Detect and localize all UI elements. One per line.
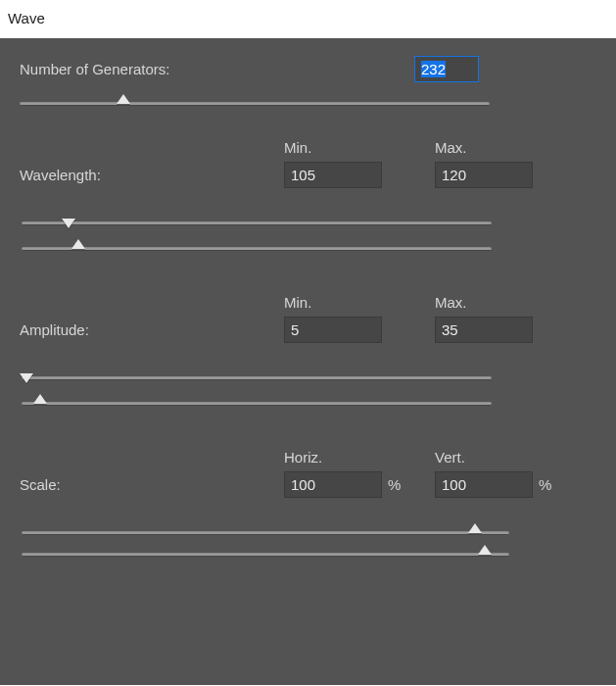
wavelength-max-label: Max. (435, 139, 586, 156)
window-title: Wave (8, 10, 45, 26)
amplitude-min-slider-thumb[interactable] (20, 373, 33, 383)
scale-vert-label: Vert. (435, 449, 586, 466)
scale-vert-input[interactable] (435, 471, 533, 498)
amplitude-max-slider[interactable] (22, 398, 492, 410)
scale-horiz-input[interactable] (284, 471, 382, 498)
generators-label: Number of Generators: (20, 61, 169, 77)
scale-horiz-unit: % (388, 476, 401, 493)
amplitude-min-label: Min. (284, 294, 435, 311)
wavelength-label: Wavelength: (20, 167, 284, 183)
scale-horiz-label: Horiz. (284, 449, 435, 466)
wave-panel: Number of Generators: Min. Max. Waveleng… (0, 38, 616, 685)
amplitude-min-slider[interactable] (22, 372, 492, 384)
scale-horiz-slider[interactable] (22, 527, 509, 539)
amplitude-max-slider-thumb[interactable] (33, 394, 47, 404)
generators-input[interactable] (414, 56, 479, 82)
window-titlebar: Wave (0, 0, 616, 38)
wavelength-min-slider-thumb[interactable] (62, 219, 75, 228)
wavelength-max-slider[interactable] (22, 243, 492, 255)
wavelength-min-slider[interactable] (22, 218, 492, 229)
amplitude-max-input[interactable] (435, 317, 533, 343)
scale-horiz-slider-thumb[interactable] (468, 523, 482, 533)
scale-vert-slider[interactable] (22, 549, 509, 561)
amplitude-max-label: Max. (435, 294, 586, 311)
scale-vert-slider-thumb[interactable] (478, 545, 492, 555)
wavelength-max-slider-thumb[interactable] (71, 239, 85, 249)
wavelength-min-label: Min. (284, 139, 435, 156)
generators-slider[interactable] (20, 98, 490, 110)
wavelength-min-input[interactable] (284, 162, 382, 188)
wavelength-max-input[interactable] (435, 162, 533, 188)
amplitude-label: Amplitude: (20, 321, 284, 338)
generators-slider-thumb[interactable] (117, 94, 130, 104)
scale-label: Scale: (20, 476, 284, 493)
amplitude-min-input[interactable] (284, 317, 382, 343)
scale-vert-unit: % (539, 476, 551, 493)
